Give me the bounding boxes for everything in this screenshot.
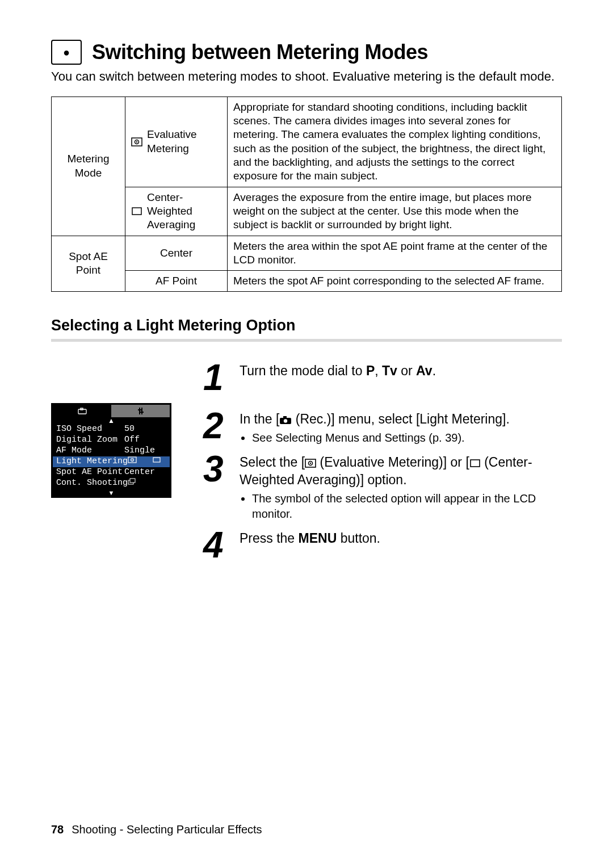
row-desc: Meters the area within the spot AE point…	[228, 236, 562, 271]
page-title: Switching between Metering Modes	[92, 40, 428, 64]
step-bullet: See Selecting Menus and Settings (p. 39)…	[252, 430, 562, 446]
step-3: 3 Select the [ (Evaluative Metering)] or…	[203, 454, 562, 522]
evaluative-metering-icon	[128, 456, 137, 463]
svg-point-12	[132, 460, 133, 461]
row-desc: Averages the exposure from the entire im…	[228, 187, 562, 236]
svg-rect-3	[132, 208, 141, 215]
svg-rect-22	[471, 460, 480, 467]
footer-text: Shooting - Selecting Particular Effects	[72, 823, 262, 836]
row-desc: Meters the spot AF point corresponding t…	[228, 271, 562, 292]
intro-text: You can switch between metering modes to…	[51, 68, 562, 85]
step-number: 2	[203, 410, 232, 446]
row-label: AF Point	[125, 271, 228, 292]
evaluative-metering-icon	[131, 137, 142, 147]
step-4: 4 Press the MENU button.	[203, 530, 562, 560]
center-weighted-icon	[152, 456, 161, 463]
step-number: 3	[203, 454, 232, 522]
mode-dial-dot-icon: ●	[51, 40, 82, 65]
group-spot-ae: Spot AE Point	[52, 236, 125, 292]
lcd-row: Spot AE PointCenter	[53, 467, 170, 478]
row-label: Center-Weighted Averaging	[147, 191, 221, 232]
steps: 1 Turn the mode dial to P, Tv or Av. 2 I…	[203, 362, 562, 568]
section-rule	[51, 339, 562, 342]
row-label: Center	[125, 236, 228, 271]
svg-point-18	[284, 419, 287, 422]
svg-rect-15	[130, 479, 135, 483]
title-row: ● Switching between Metering Modes	[51, 40, 562, 65]
svg-rect-9	[140, 412, 144, 413]
step-2: 2 In the [ (Rec.)] menu, select [Light M…	[203, 410, 562, 446]
svg-rect-8	[138, 409, 141, 410]
lcd-tab-setup	[111, 405, 170, 417]
evaluative-metering-icon	[305, 459, 316, 468]
group-metering-mode: Metering Mode	[52, 97, 125, 236]
lcd-row-selected: Light Metering	[53, 456, 170, 467]
continuous-icon	[128, 478, 137, 485]
lcd-tab-rec	[53, 405, 111, 417]
step-number: 1	[203, 362, 232, 393]
subheading: Selecting a Light Metering Option	[51, 317, 562, 334]
svg-point-21	[310, 463, 311, 464]
svg-rect-6	[139, 408, 140, 414]
lcd-menu-screenshot: ▲ ISO Speed50 Digital ZoomOff AF ModeSin…	[51, 403, 171, 498]
svg-rect-17	[283, 416, 287, 418]
svg-rect-13	[153, 458, 160, 462]
step-1: 1 Turn the mode dial to P, Tv or Av.	[203, 362, 562, 393]
center-weighted-icon	[469, 459, 481, 468]
center-weighted-icon	[131, 206, 142, 216]
lcd-row: Cont. Shooting	[53, 478, 170, 489]
lcd-scroll-up-icon: ▲	[53, 417, 170, 424]
camera-icon	[279, 416, 292, 425]
step-bullet: The symbol of the selected option will a…	[252, 491, 562, 522]
lcd-row: ISO Speed50	[53, 424, 170, 435]
row-desc: Appropriate for standard shooting condit…	[228, 97, 562, 187]
lcd-list: ISO Speed50 Digital ZoomOff AF ModeSingl…	[53, 424, 170, 490]
metering-modes-table: Metering Mode Evaluative Metering Approp…	[51, 97, 562, 292]
page-number: 78	[51, 823, 64, 836]
svg-rect-7	[141, 408, 142, 414]
svg-point-2	[136, 141, 137, 142]
step-number: 4	[203, 530, 232, 560]
lcd-row: AF ModeSingle	[53, 446, 170, 456]
lcd-scroll-down-icon: ▼	[53, 490, 170, 496]
row-label: Evaluative Metering	[147, 128, 221, 156]
lcd-row: Digital ZoomOff	[53, 435, 170, 446]
page-footer: 78Shooting - Selecting Particular Effect…	[51, 823, 262, 836]
